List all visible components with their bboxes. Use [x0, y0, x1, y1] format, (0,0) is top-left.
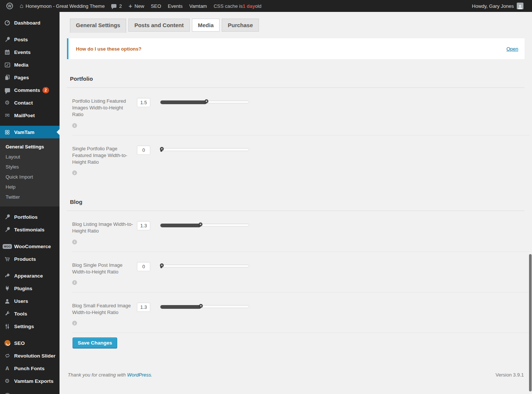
submenu-item-help[interactable]: Help [0, 182, 60, 192]
footer-thanks: Thank you for creating with WordPress. [68, 372, 153, 378]
settings-tabs: General Settings Posts and Content Media… [70, 19, 525, 33]
setting-row: Blog Listing Image Width-to-Height Ratio… [72, 211, 530, 252]
wordpress-logo-menu[interactable]: W [3, 0, 16, 12]
setting-label: Single Portfolio Page Featured Image Wid… [72, 145, 137, 166]
adminbar-comments[interactable]: 2 [108, 0, 125, 12]
sidebar-label: Dashboard [14, 20, 41, 26]
info-icon[interactable]: i [72, 321, 77, 326]
collapse-menu-button[interactable]: Collapse menu [0, 390, 60, 394]
sidebar-label: Contact [14, 100, 33, 106]
slider-handle[interactable] [199, 304, 203, 308]
sidebar-item-vamtam-exports[interactable]: ⚙ Vamtam Exports [0, 375, 60, 387]
main-content: General Settings Posts and Content Media… [60, 0, 532, 382]
account-menu[interactable]: Howdy, Gary Jones [469, 0, 527, 12]
sidebar-item-mailpoet[interactable]: ✉ MailPoet [0, 109, 60, 122]
info-icon[interactable]: i [72, 280, 77, 285]
home-icon: ⌂ [20, 3, 23, 9]
sidebar-item-pages[interactable]: Pages [0, 71, 60, 84]
submenu-item-styles[interactable]: Styles [0, 162, 60, 172]
adminbar-new-menu[interactable]: + New [125, 0, 148, 12]
section-title-blog: Blog [70, 199, 525, 205]
sidebar-item-dashboard[interactable]: Dashboard [0, 16, 60, 29]
footer-thanks-suffix: . [151, 372, 153, 378]
info-icon[interactable]: i [72, 170, 77, 175]
sliders-icon [3, 323, 11, 330]
woocommerce-badge-icon: WOO [3, 243, 11, 250]
setting-label: Blog Single Post Image Width-to-Height R… [72, 262, 137, 275]
sidebar-item-comments[interactable]: Comments 2 [0, 84, 60, 96]
sidebar-item-seo[interactable]: SEO [0, 337, 60, 349]
slider-fill [160, 100, 207, 104]
sidebar-item-woocommerce[interactable]: WOO WooCommerce [0, 240, 60, 253]
adminbar-new-label: New [135, 3, 144, 9]
info-icon[interactable]: i [72, 123, 77, 128]
sidebar-label: VamTam [14, 129, 35, 135]
sidebar-item-users[interactable]: Users [0, 295, 60, 307]
help-notice: How do I use these options? Open [67, 38, 525, 59]
slider-track[interactable] [160, 148, 249, 151]
pages-icon [3, 74, 11, 81]
yoast-seo-icon [3, 339, 11, 347]
person-icon [517, 4, 523, 9]
tab-general-settings[interactable]: General Settings [70, 19, 126, 33]
submenu-item-quick-import[interactable]: Quick Import [0, 172, 60, 182]
ratio-input[interactable] [137, 302, 150, 312]
sidebar-item-plugins[interactable]: Plugins [0, 282, 60, 295]
sidebar-item-punch-fonts[interactable]: A Punch Fonts [0, 362, 60, 375]
adminbar-events-menu[interactable]: Events [164, 0, 186, 12]
adminbar-seo-menu[interactable]: SEO [148, 0, 164, 12]
css-cache-notice: CSS cache is 1 day old [210, 0, 265, 12]
ratio-slider [160, 222, 249, 228]
setting-label: Blog Small Featured Image Width-to-Heigh… [72, 302, 137, 316]
user-icon [3, 297, 11, 305]
submenu-item-general-settings[interactable]: General Settings [0, 142, 60, 152]
cache-age: 1 day [243, 3, 255, 9]
ratio-input[interactable] [137, 221, 150, 230]
slider-handle[interactable] [160, 263, 164, 267]
submenu-item-twitter[interactable]: Twitter [0, 192, 60, 202]
ratio-input[interactable] [137, 262, 150, 271]
setting-row: Blog Single Post Image Width-to-Height R… [72, 252, 530, 292]
cache-prefix: CSS cache is [214, 3, 243, 9]
sidebar-item-vamtam[interactable]: VamTam [0, 126, 60, 138]
sidebar-label: Pages [14, 75, 29, 80]
tab-posts-and-content[interactable]: Posts and Content [128, 19, 190, 32]
vamtam-submenu: General Settings Layout Styles Quick Imp… [0, 138, 60, 206]
vamtam-logo-icon [3, 128, 11, 136]
sidebar-item-tools[interactable]: Tools [0, 307, 60, 320]
tab-purchase[interactable]: Purchase [222, 19, 259, 32]
sidebar-item-events[interactable]: Events [0, 46, 60, 58]
sidebar-item-products[interactable]: Products [0, 253, 60, 265]
slider-handle[interactable] [199, 222, 202, 226]
slider-track[interactable] [160, 265, 249, 268]
comments-count-badge: 2 [42, 87, 49, 93]
submenu-item-layout[interactable]: Layout [0, 152, 60, 162]
plus-icon: + [129, 3, 132, 9]
save-changes-button[interactable]: Save Changes [73, 337, 117, 348]
info-icon[interactable]: i [72, 240, 77, 244]
tab-media[interactable]: Media [192, 19, 220, 32]
cache-suffix: old [255, 3, 262, 9]
sidebar-item-portfolios[interactable]: Portfolios [0, 211, 60, 223]
ratio-input[interactable] [137, 145, 150, 155]
letter-a-icon: A [3, 365, 11, 372]
sidebar-item-contact[interactable]: ⚙ Contact [0, 96, 60, 109]
ratio-slider [160, 304, 249, 310]
sidebar-item-media[interactable]: Media [0, 58, 60, 71]
sidebar-item-settings[interactable]: Settings [0, 320, 60, 333]
scrollbar-thumb[interactable] [529, 254, 532, 391]
help-question: How do I use these options? [76, 46, 141, 52]
help-open-link[interactable]: Open [506, 46, 518, 52]
slider-handle[interactable] [160, 147, 164, 151]
sidebar-item-testimonials[interactable]: Testimonials [0, 223, 60, 236]
howdy-text: Howdy, Gary Jones [472, 3, 514, 9]
sidebar-item-appearance[interactable]: Appearance [0, 269, 60, 282]
ratio-input[interactable] [137, 98, 150, 107]
sidebar-item-revolution-slider[interactable]: Revolution Slider [0, 349, 60, 362]
slider-handle[interactable] [205, 99, 208, 103]
site-name-link[interactable]: ⌂ Honeymoon - Great Wedding Theme [16, 0, 108, 12]
sidebar-item-posts[interactable]: Posts [0, 33, 60, 46]
wordpress-link[interactable]: WordPress [127, 372, 151, 378]
adminbar-vamtam-menu[interactable]: Vamtam [186, 0, 210, 12]
sidebar-label: Punch Fonts [14, 366, 45, 371]
